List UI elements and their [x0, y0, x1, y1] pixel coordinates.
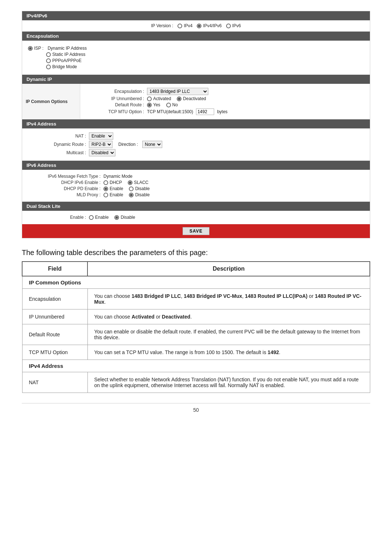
radio-deactivated [177, 97, 181, 101]
tcp-mtu-suffix: bytes [217, 109, 228, 114]
radio-pppoa [46, 58, 51, 63]
radio-ipv4[interactable]: IPv4 [177, 23, 192, 28]
isp-bridge[interactable]: Bridge Mode [28, 64, 364, 69]
ip-unnumbered-label: IP Unnumbered : [86, 96, 144, 101]
table-row-encapsulation: Encapsulation You can choose 1483 Bridge… [22, 289, 370, 309]
section-header-dynamic-ip: Dynamic IP [22, 75, 370, 84]
dynamic-route-row: Dynamic Route : RIP2-B RIP1 RIP2 Directi… [28, 141, 364, 148]
desc-nat: Select whether to enable Network Address… [87, 372, 370, 393]
desc-default-route: You can enable or disable the default ro… [87, 324, 370, 345]
dual-stack-enable-label: Enable : [28, 215, 86, 220]
isp-pppoa[interactable]: PPPoA/PPPoE [28, 58, 364, 63]
dhcp-ipv6-dhcp[interactable]: DHCP [103, 180, 122, 185]
section-ip-common-label: IP Common Options [22, 276, 370, 289]
dhcp-ipv6-slacc[interactable]: SLACC [128, 180, 148, 185]
description-table: Field Description IP Common Options Enca… [22, 261, 370, 393]
intro-text: The following table describes the parame… [22, 249, 370, 257]
default-route-label: Default Route : [86, 102, 144, 107]
router-config-panel: IPv4/IPv6 IP Version : IPv4 IPv4/IPv6 IP… [22, 11, 370, 238]
nat-select[interactable]: Enable Disable [89, 132, 113, 140]
save-button[interactable]: SAVE [183, 227, 209, 235]
dual-stack-disable[interactable]: Disable [114, 215, 135, 220]
radio-ds-enable [89, 215, 94, 220]
section-header-ipv4-address: IPv4 Address [22, 119, 370, 128]
table-row-tcp-mtu: TCP MTU Option You can set a TCP MTU val… [22, 345, 370, 360]
page-number: 50 [22, 403, 370, 413]
tcp-mtu-label: TCP MTU Option : [86, 109, 144, 114]
multicast-select[interactable]: Disabled IGMP v1 IGMP v2 [89, 149, 115, 156]
radio-bridge [46, 65, 51, 69]
table-row-nat: NAT Select whether to enable Network Add… [22, 372, 370, 393]
ipv4-address-row: NAT : Enable Disable Dynamic Route : RIP… [22, 128, 370, 161]
dhcp-pd-label: DHCP PD Enable : [28, 186, 101, 191]
tcp-mtu-row: TCP MTU Option : TCP MTU(default:1500) b… [86, 108, 364, 115]
radio-circle-ipv6 [226, 24, 231, 28]
radio-mld-disable [129, 193, 134, 197]
radio-static [46, 52, 51, 57]
encapsulation-field-row: Encapsulation : 1483 Bridged IP LLC 1483… [86, 88, 364, 95]
ipv6-address-content: IPv6 Message Fetch Type : Dynamic Mode D… [22, 170, 370, 201]
ipv6-fetch-row: IPv6 Message Fetch Type : Dynamic Mode [28, 174, 364, 179]
field-default-route: Default Route [22, 324, 87, 345]
encapsulation-select[interactable]: 1483 Bridged IP LLC 1483 Bridged IP VC-M… [147, 88, 208, 95]
radio-circle-ipv4ipv6 [197, 24, 201, 28]
dual-stack-enable[interactable]: Enable [89, 215, 109, 220]
section-ip-common: IP Common Options [22, 276, 370, 289]
radio-pd-disable [129, 186, 134, 191]
ipv6-fetch-label: IPv6 Message Fetch Type : [28, 174, 101, 179]
encapsulation-field-label: Encapsulation : [86, 89, 144, 94]
ip-version-row: IP Version : IPv4 IPv4/IPv6 IPv6 [22, 20, 370, 32]
dhcp-pd-disable[interactable]: Disable [129, 186, 150, 191]
dhcp-pd-enable[interactable]: Enable [103, 186, 123, 191]
isp-options: ISP : Dynamic IP Address Static IP Addre… [28, 44, 364, 71]
desc-tcp-mtu: You can set a TCP MTU value. The range i… [87, 345, 370, 360]
desc-ip-unnumbered: You can choose Activated or Deactivated. [87, 309, 370, 324]
dhcp-ipv6-row: DHCP IPv6 Enable : DHCP SLACC [28, 180, 364, 185]
mld-proxy-label: MLD Proxy : [28, 192, 101, 197]
default-route-yes[interactable]: Yes [147, 102, 160, 107]
radio-slacc [128, 180, 132, 185]
ip-common-label: IP Common Options [22, 84, 80, 119]
default-route-row: Default Route : Yes No [86, 102, 364, 107]
multicast-label: Multicast : [28, 150, 86, 155]
ip-unnumbered-row: IP Unnumbered : Activated Deactivated [86, 96, 364, 101]
isp-static[interactable]: Static IP Address [28, 52, 364, 57]
radio-mld-enable [103, 193, 108, 197]
table-row-default-route: Default Route You can enable or disable … [22, 324, 370, 345]
default-route-no[interactable]: No [166, 102, 178, 107]
radio-yes [147, 103, 152, 107]
mld-proxy-row: MLD Proxy : Enable Disable [28, 192, 364, 197]
dual-stack-content: Enable : Enable Disable [22, 211, 370, 224]
radio-ipv4ipv6[interactable]: IPv4/IPv6 [197, 23, 221, 28]
ip-common-content: Encapsulation : 1483 Bridged IP LLC 1483… [80, 84, 370, 119]
multicast-row: Multicast : Disabled IGMP v1 IGMP v2 [28, 149, 364, 156]
section-header-ipv6-address: IPv6 Address [22, 161, 370, 170]
dual-stack-row: Enable : Enable Disable [22, 211, 370, 224]
section-header-dual-stack: Dual Stack Lite [22, 202, 370, 211]
section-header-encapsulation: Encapsulation [22, 32, 370, 41]
dynamic-route-label: Dynamic Route : [28, 142, 86, 147]
direction-label: Direction : [118, 142, 138, 147]
direction-select[interactable]: None Both In Out [142, 141, 162, 148]
dynamic-route-select[interactable]: RIP2-B RIP1 RIP2 [89, 141, 113, 148]
mld-proxy-disable[interactable]: Disable [129, 192, 150, 197]
desc-encapsulation: You can choose 1483 Bridged IP LLC, 1483… [87, 289, 370, 309]
isp-row: ISP : Dynamic IP Address Static IP Addre… [22, 41, 370, 75]
section-header-ipv4ipv6: IPv4/IPv6 [22, 11, 370, 20]
dual-stack-enable-row: Enable : Enable Disable [28, 215, 364, 220]
radio-dhcp [103, 180, 108, 185]
unnumbered-activated[interactable]: Activated [147, 96, 171, 101]
radio-activated [147, 97, 152, 101]
ipv6-address-row: IPv6 Message Fetch Type : Dynamic Mode D… [22, 170, 370, 202]
field-tcp-mtu: TCP MTU Option [22, 345, 87, 360]
unnumbered-deactivated[interactable]: Deactivated [177, 96, 206, 101]
tcp-mtu-input[interactable] [196, 108, 214, 115]
dhcp-ipv6-label: DHCP IPv6 Enable : [28, 180, 101, 185]
ipv4-address-content: NAT : Enable Disable Dynamic Route : RIP… [22, 128, 370, 160]
dhcp-pd-row: DHCP PD Enable : Enable Disable [28, 186, 364, 191]
table-row-ip-unnumbered: IP Unnumbered You can choose Activated o… [22, 309, 370, 324]
mld-proxy-enable[interactable]: Enable [103, 192, 123, 197]
field-encapsulation: Encapsulation [22, 289, 87, 309]
radio-ipv6[interactable]: IPv6 [226, 23, 241, 28]
isp-dynamic[interactable]: ISP : Dynamic IP Address [28, 46, 364, 51]
